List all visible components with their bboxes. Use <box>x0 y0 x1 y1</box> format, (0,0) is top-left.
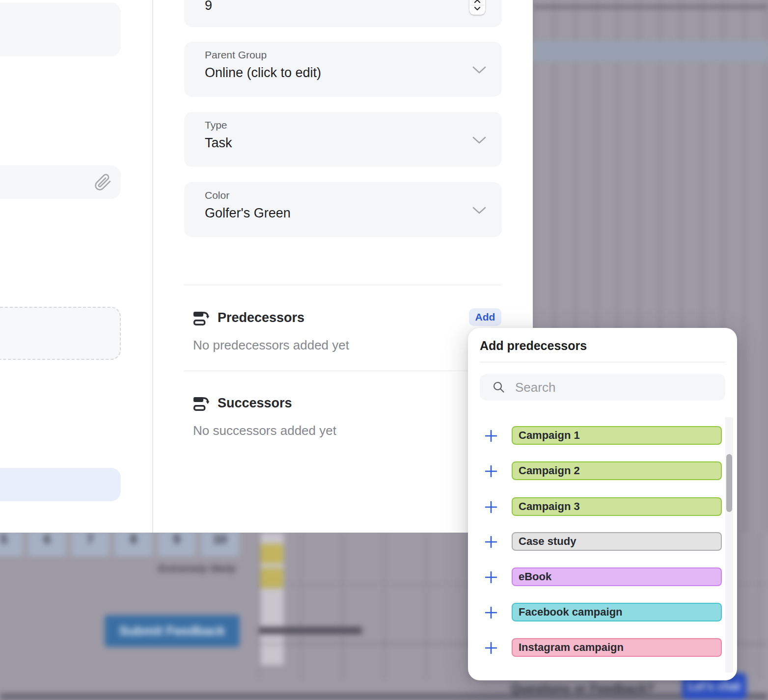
successors-section-header: Successors <box>184 395 502 413</box>
parent-group-value: Online (click to edit) <box>205 65 321 81</box>
gantt-group-bar <box>259 627 362 634</box>
section-divider <box>184 371 502 371</box>
row-number-field[interactable] <box>184 0 502 27</box>
dependency-icon <box>193 310 210 328</box>
type-label: Type <box>205 119 227 131</box>
nps-score-box: 9 <box>158 530 196 556</box>
popup-divider <box>480 362 725 362</box>
predecessors-empty-text: No predecessors added yet <box>193 338 349 353</box>
list-item: Campaign 2 <box>468 461 737 480</box>
task-pill[interactable]: Case study <box>512 532 722 551</box>
dashed-drop-zone[interactable] <box>0 307 121 360</box>
nps-score-box: 10 <box>201 530 239 556</box>
stepper-down-icon <box>473 6 481 11</box>
add-predecessor-button[interactable]: Add <box>469 308 501 326</box>
row-number-input[interactable] <box>205 0 298 13</box>
nps-score-box: 5 <box>0 530 23 556</box>
stepper-up-icon <box>473 0 481 3</box>
add-predecessors-popup: Add predecessors Campaign 1 Campaign 2 C… <box>468 328 737 680</box>
type-select[interactable]: Type Task <box>184 112 502 167</box>
gantt-highlight-band <box>533 41 768 62</box>
parent-group-label: Parent Group <box>205 49 267 61</box>
rail-card <box>0 2 121 56</box>
chevron-down-icon <box>472 66 486 76</box>
rail-action-card[interactable] <box>0 468 121 501</box>
plus-icon[interactable] <box>485 642 497 654</box>
dependency-icon <box>193 396 210 413</box>
footer-prompt: Questions or Feedback? <box>511 681 654 696</box>
list-item: Facebook campaign <box>468 603 737 621</box>
task-pill[interactable]: Instagram campaign <box>512 638 722 657</box>
task-pill[interactable]: Campaign 1 <box>512 426 722 445</box>
search-icon <box>493 381 505 396</box>
number-stepper[interactable] <box>469 0 485 15</box>
search-input[interactable] <box>515 379 712 396</box>
nps-score-box: 8 <box>114 530 153 556</box>
predecessors-title: Predecessors <box>218 310 304 325</box>
scrollbar-thumb[interactable] <box>726 454 732 512</box>
list-item: Instagram campaign <box>468 638 737 657</box>
color-value: Golfer's Green <box>205 206 291 221</box>
plus-icon[interactable] <box>485 501 497 513</box>
color-label: Color <box>205 189 229 201</box>
plus-icon[interactable] <box>485 536 497 548</box>
plus-icon[interactable] <box>485 430 497 442</box>
screen: 5 6 7 8 9 10 Extremely likely Submit Fee… <box>0 0 768 700</box>
predecessor-options-list: Campaign 1 Campaign 2 Campaign 3 Case st… <box>468 415 737 674</box>
successors-empty-text: No successors added yet <box>193 423 336 438</box>
list-item: Campaign 3 <box>468 497 737 516</box>
parent-group-select[interactable]: Parent Group Online (click to edit) <box>184 42 502 97</box>
section-divider <box>184 285 502 285</box>
plus-icon[interactable] <box>485 606 497 619</box>
successors-title: Successors <box>218 396 292 411</box>
submit-feedback-button: Submit Feedback <box>105 615 240 647</box>
chevron-down-icon <box>472 136 486 146</box>
task-pill[interactable]: eBook <box>512 567 722 586</box>
task-pill[interactable]: Campaign 3 <box>512 497 722 516</box>
chevron-down-icon <box>472 207 486 216</box>
gantt-header-line <box>533 5 768 8</box>
color-select[interactable]: Color Golfer's Green <box>184 182 502 237</box>
attachment-field[interactable] <box>0 165 121 199</box>
popup-title: Add predecessors <box>480 339 587 353</box>
search-box[interactable] <box>480 374 725 401</box>
list-item: eBook <box>468 567 737 586</box>
plus-icon[interactable] <box>485 465 497 478</box>
type-value: Task <box>205 135 232 151</box>
nps-score-box: 6 <box>28 530 66 556</box>
gantt-task-bar <box>260 544 283 564</box>
list-item: Campaign 1 <box>468 426 737 445</box>
paperclip-icon <box>93 173 112 193</box>
task-pill[interactable]: Facebook campaign <box>512 603 722 621</box>
list-item: Case study <box>468 532 737 551</box>
predecessors-section-header: Predecessors Add <box>184 309 502 328</box>
task-pill[interactable]: Campaign 2 <box>512 461 722 480</box>
left-rail <box>0 0 152 533</box>
plus-icon[interactable] <box>485 571 497 584</box>
nps-caption: Extremely likely <box>158 563 256 574</box>
nps-score-box: 7 <box>71 530 110 556</box>
